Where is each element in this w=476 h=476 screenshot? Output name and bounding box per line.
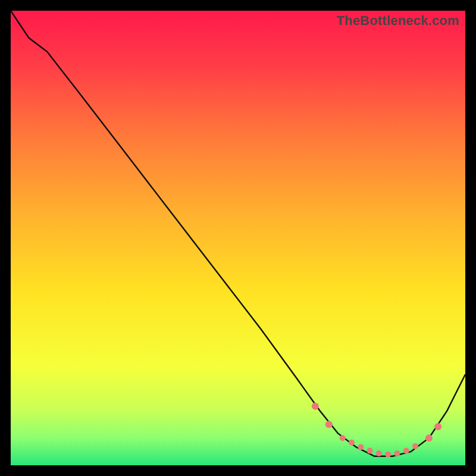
watermark-label: TheBottleneck.com [337,13,459,29]
chart-svg [11,11,465,465]
marker-dot [312,403,319,410]
marker-dot [412,443,418,449]
gradient-background [11,11,465,465]
marker-dot [434,423,441,430]
marker-dot [376,450,382,456]
chart-container: TheBottleneck.com [0,0,476,476]
marker-dot [385,452,391,458]
marker-dot [394,450,400,456]
plot-area: TheBottleneck.com [11,11,465,465]
marker-dot [403,448,409,454]
marker-dot [340,435,346,441]
marker-dot [358,444,364,450]
marker-dot [425,434,433,441]
marker-dot [349,440,355,446]
marker-dot [325,421,333,428]
marker-dot [367,448,373,454]
